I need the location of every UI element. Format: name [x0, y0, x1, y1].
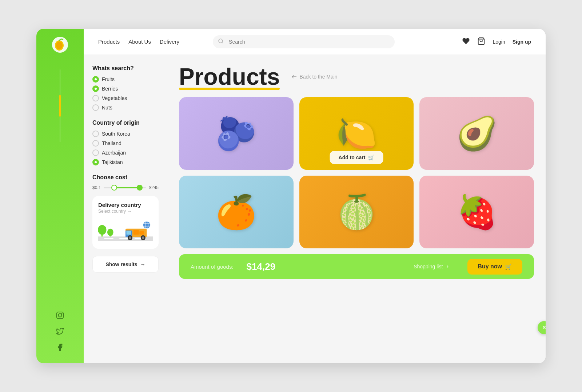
country-tajikistan[interactable]: Tajikistan	[92, 159, 159, 165]
product-card-6[interactable]: 🍓	[419, 176, 534, 248]
app-window: Products About Us Delivery	[36, 29, 546, 363]
product-grid: 🫐 🍋 Add to cart 🛒	[179, 97, 534, 248]
range-thumb-right[interactable]	[137, 185, 143, 191]
nav-delivery[interactable]: Delivery	[160, 39, 179, 45]
svg-rect-14	[119, 238, 128, 239]
country-thailand[interactable]: Thailand	[92, 140, 159, 147]
signup-button[interactable]: Sign up	[513, 39, 531, 45]
amount-value: $14,29	[247, 261, 276, 272]
product-card-5[interactable]: 🍈	[299, 176, 414, 248]
radio-fruits	[92, 76, 99, 83]
sidebar-divider	[60, 69, 60, 142]
instagram-icon[interactable]	[55, 310, 65, 320]
svg-rect-23	[133, 230, 139, 235]
svg-point-6	[219, 39, 223, 43]
country-origin-title: Country of origin	[92, 120, 159, 126]
search-wrapper	[213, 35, 395, 48]
svg-point-5	[61, 313, 63, 314]
header-right: Login Sign up	[462, 37, 531, 47]
price-min: $0.1	[92, 185, 101, 190]
products-area: Products Back to the Main	[167, 55, 546, 363]
product-card-2[interactable]: 🍋 Add to cart 🛒	[299, 97, 414, 170]
body-area: Whats search? Fruits Berries Vegetables	[84, 55, 546, 363]
country-azerbaijan[interactable]: Azerbaijan	[92, 149, 159, 156]
radio-vegetables	[92, 95, 99, 101]
search-input[interactable]	[213, 35, 395, 48]
show-results-arrow: →	[140, 261, 146, 267]
delivery-select-country[interactable]: Select country →	[98, 209, 153, 214]
country-south-korea[interactable]: South Korea	[92, 131, 159, 137]
sidebar-social	[55, 310, 65, 352]
product-card-3[interactable]: 🥑	[419, 97, 534, 170]
radio-berries	[92, 85, 99, 92]
price-max: $245	[149, 185, 159, 190]
sidebar	[36, 29, 84, 363]
buy-now-button[interactable]: Buy now 🛒	[467, 259, 522, 275]
svg-point-11	[107, 229, 113, 236]
radio-tajikistan	[92, 159, 99, 165]
category-berries[interactable]: Berries	[92, 85, 159, 92]
radio-nuts	[92, 104, 99, 111]
logo[interactable]	[51, 36, 69, 62]
svg-rect-24	[139, 231, 144, 235]
svg-point-20	[129, 236, 131, 239]
twitter-icon[interactable]	[55, 326, 65, 336]
svg-point-22	[142, 236, 144, 239]
product-card-1[interactable]: 🫐	[179, 97, 294, 170]
amount-label: Amount of goods:	[191, 264, 234, 270]
products-title: Products	[179, 65, 280, 88]
sidebar-progress	[59, 95, 61, 117]
facebook-icon[interactable]	[55, 342, 65, 352]
delivery-card: Delivery country Select country →	[92, 196, 159, 249]
title-underline	[179, 88, 280, 90]
radio-azerbaijan	[92, 149, 99, 156]
search-icon	[218, 38, 224, 45]
nav-links: Products About Us Delivery	[98, 39, 179, 45]
svg-point-9	[98, 225, 107, 235]
wishlist-icon[interactable]	[462, 37, 470, 47]
nav-products[interactable]: Products	[98, 39, 120, 45]
svg-point-4	[58, 313, 61, 317]
country-options: South Korea Thailand Azerbaijan Tajikist…	[92, 131, 159, 165]
show-results-button[interactable]: Show results →	[92, 256, 159, 273]
add-to-cart-button[interactable]: Add to cart 🛒	[330, 151, 383, 164]
bottom-bar: Amount of goods: $14,29 Shopping list Bu…	[179, 254, 534, 279]
main-content: Products About Us Delivery	[84, 29, 546, 363]
cart-mini-icon: 🛒	[368, 155, 374, 160]
arrow-icon: →	[127, 209, 132, 214]
header: Products About Us Delivery	[84, 29, 546, 55]
range-thumb-left[interactable]	[111, 185, 117, 191]
whats-search-title: Whats search?	[92, 65, 159, 72]
range-track	[104, 187, 146, 188]
svg-rect-3	[57, 312, 63, 319]
svg-rect-13	[104, 238, 113, 239]
product-card-4[interactable]: 🍊	[179, 176, 294, 248]
svg-rect-18	[127, 231, 131, 235]
cart-icon[interactable]	[477, 37, 485, 47]
delivery-illustration	[98, 217, 153, 243]
nav-about[interactable]: About Us	[128, 39, 151, 45]
category-options: Fruits Berries Vegetables Nuts	[92, 76, 159, 111]
delivery-card-title: Delivery country	[98, 202, 153, 208]
category-vegetables[interactable]: Vegetables	[92, 95, 159, 101]
buy-icon: 🛒	[505, 263, 512, 270]
shopping-list-link[interactable]: Shopping list	[414, 264, 450, 269]
radio-south-korea	[92, 131, 99, 137]
svg-point-2	[56, 41, 63, 49]
products-header: Products Back to the Main	[179, 65, 534, 88]
login-button[interactable]: Login	[493, 39, 505, 45]
category-fruits[interactable]: Fruits	[92, 76, 159, 83]
radio-thailand	[92, 140, 99, 147]
filter-panel: Whats search? Fruits Berries Vegetables	[84, 55, 167, 363]
back-to-main-button[interactable]: Back to the Main	[291, 74, 337, 80]
choose-cost-title: Choose cost	[92, 174, 159, 181]
price-range: $0.1 $245	[92, 185, 159, 190]
category-nuts[interactable]: Nuts	[92, 104, 159, 111]
